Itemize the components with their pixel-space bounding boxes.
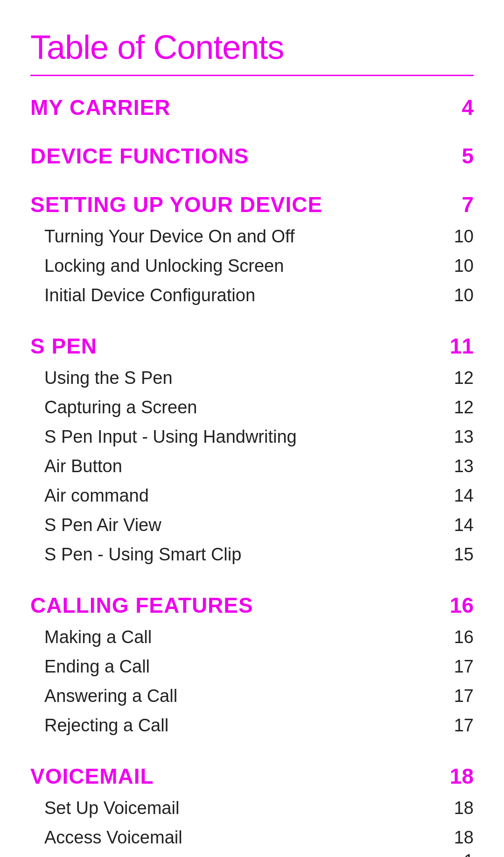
section-header-device-functions: DEVICE FUNCTIONS5 [30, 143, 474, 169]
section-spacer [30, 324, 474, 333]
section-title-calling-features: CALLING FEATURES [30, 593, 253, 618]
toc-item: Turning Your Device On and Off10 [30, 222, 474, 251]
toc-section-calling-features: CALLING FEATURES16Making a Call16Ending … [30, 593, 474, 740]
section-page-my-carrier: 4 [462, 95, 474, 120]
item-page: 10 [446, 285, 474, 305]
item-label: Rejecting a Call [44, 715, 168, 736]
item-label: Set Up Voicemail [44, 798, 179, 818]
toc-item: S Pen Input - Using Handwriting13 [30, 422, 474, 452]
toc-item: Initial Device Configuration10 [30, 281, 474, 310]
section-page-s-pen: 11 [450, 333, 474, 359]
item-page: 18 [446, 798, 474, 818]
item-page: 14 [446, 515, 474, 535]
item-page: 10 [446, 256, 474, 276]
item-label: Ending a Call [44, 657, 150, 677]
section-spacer [30, 134, 474, 143]
section-title-my-carrier: MY CARRIER [30, 95, 171, 120]
section-header-my-carrier: MY CARRIER4 [30, 95, 474, 120]
item-label: Answering a Call [44, 686, 177, 706]
toc-item: Locking and Unlocking Screen10 [30, 251, 474, 281]
section-spacer [30, 583, 474, 593]
item-page: 12 [446, 397, 474, 418]
item-page: 17 [446, 715, 474, 736]
section-header-voicemail: VOICEMAIL18 [30, 764, 474, 789]
item-label: Making a Call [44, 627, 152, 647]
toc-item: Air Button13 [30, 452, 474, 481]
item-page: 13 [446, 427, 474, 447]
page-number: 1 [464, 851, 474, 857]
item-label: Turning Your Device On and Off [44, 227, 295, 247]
item-label: Capturing a Screen [44, 397, 197, 418]
item-label: Access Voicemail [44, 828, 182, 848]
section-title-setting-up: SETTING UP YOUR DEVICE [30, 192, 322, 217]
section-page-device-functions: 5 [462, 143, 474, 169]
section-header-setting-up: SETTING UP YOUR DEVICE7 [30, 192, 474, 217]
item-page: 18 [446, 828, 474, 848]
item-page: 10 [446, 227, 474, 247]
section-title-s-pen: S PEN [30, 333, 97, 359]
toc-item: Air command14 [30, 481, 474, 510]
item-label: S Pen Air View [44, 515, 161, 535]
item-page: 13 [446, 456, 474, 476]
item-label: Initial Device Configuration [44, 285, 255, 305]
toc-item: Ending a Call17 [30, 652, 474, 681]
section-spacer [30, 754, 474, 764]
item-page: 12 [446, 368, 474, 388]
section-title-voicemail: VOICEMAIL [30, 764, 154, 789]
toc-item: Answering a Call17 [30, 681, 474, 711]
toc-section-voicemail: VOICEMAIL18Set Up Voicemail18Access Voic… [30, 764, 474, 852]
item-page: 15 [446, 545, 474, 565]
toc-section-device-functions: DEVICE FUNCTIONS5 [30, 143, 474, 169]
title-divider [30, 75, 474, 76]
toc-item: S Pen - Using Smart Clip15 [30, 540, 474, 569]
item-label: S Pen - Using Smart Clip [44, 545, 241, 565]
section-title-device-functions: DEVICE FUNCTIONS [30, 143, 249, 169]
toc-item: Access Voicemail18 [30, 823, 474, 852]
toc-item: S Pen Air View14 [30, 510, 474, 540]
section-header-s-pen: S PEN11 [30, 333, 474, 359]
section-page-voicemail: 18 [450, 764, 474, 789]
toc-item: Rejecting a Call17 [30, 711, 474, 740]
item-page: 14 [446, 486, 474, 506]
section-page-calling-features: 16 [450, 593, 474, 618]
item-label: Locking and Unlocking Screen [44, 256, 284, 276]
toc-item: Using the S Pen12 [30, 363, 474, 393]
item-label: Air Button [44, 456, 122, 476]
toc-item: Making a Call16 [30, 623, 474, 652]
toc-section-s-pen: S PEN11Using the S Pen12Capturing a Scre… [30, 333, 474, 569]
item-page: 17 [446, 686, 474, 706]
toc-item: Set Up Voicemail18 [30, 793, 474, 823]
toc-sections: MY CARRIER4DEVICE FUNCTIONS5SETTING UP Y… [30, 95, 474, 852]
toc-section-setting-up: SETTING UP YOUR DEVICE7Turning Your Devi… [30, 192, 474, 310]
item-label: Air command [44, 486, 149, 506]
page-title: Table of Contents [30, 28, 474, 66]
section-header-calling-features: CALLING FEATURES16 [30, 593, 474, 618]
item-page: 16 [446, 627, 474, 647]
toc-section-my-carrier: MY CARRIER4 [30, 95, 474, 120]
item-label: S Pen Input - Using Handwriting [44, 427, 297, 447]
item-label: Using the S Pen [44, 368, 173, 388]
item-page: 17 [446, 657, 474, 677]
toc-item: Capturing a Screen12 [30, 393, 474, 422]
page-container: Table of Contents MY CARRIER4DEVICE FUNC… [0, 0, 504, 857]
section-page-setting-up: 7 [462, 192, 474, 217]
section-spacer [30, 183, 474, 192]
